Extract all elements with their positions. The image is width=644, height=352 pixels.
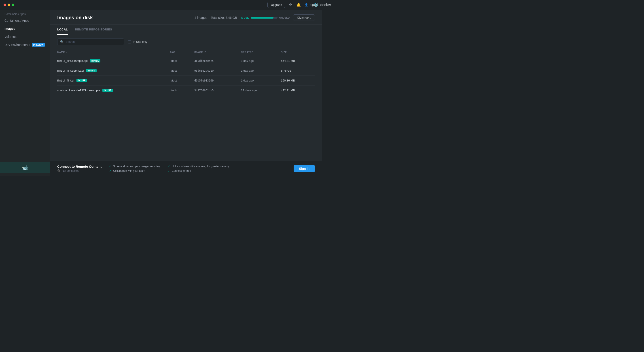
cell-name-0: flint-ui_flint.example.api IN USE <box>57 56 167 66</box>
in-use-tag-2: IN USE <box>76 79 87 82</box>
content-header: Images on disk 4 images Total size: 6.46… <box>50 10 322 25</box>
col-image-id: IMAGE ID <box>192 49 238 56</box>
check-icon: ✓ <box>109 165 111 168</box>
sort-icon: ↑ <box>66 51 67 54</box>
minimize-button[interactable] <box>8 4 10 6</box>
maximize-button[interactable] <box>12 4 14 6</box>
in-use-tag-3: IN USE <box>102 89 113 92</box>
not-connected-label: Not connected <box>62 169 79 172</box>
notification-button[interactable]: 🔔 <box>296 2 302 8</box>
sidebar-item-volumes[interactable]: Volumes <box>0 33 50 41</box>
cell-created-0: 1 day ago <box>238 56 278 66</box>
in-use-filter[interactable]: In Use only <box>128 40 147 44</box>
usage-bar-track <box>251 17 278 19</box>
cell-name-2: flint-ui_flint.ui IN USE <box>57 76 167 86</box>
sidebar-item-containers-apps[interactable]: Containers / Apps <box>0 17 50 25</box>
cell-name-3: shubhamkarande13/flint.example IN USE <box>57 86 167 95</box>
plug-icon: 🔌 <box>57 169 60 172</box>
col-name[interactable]: NAME ↑ <box>57 49 167 56</box>
sidebar-dev-env-label: Dev Environments <box>4 43 30 47</box>
search-input[interactable] <box>66 40 122 44</box>
unused-bar-label: UNUSED <box>279 16 290 19</box>
in-use-checkbox-visual <box>128 40 131 44</box>
check-icon: ✓ <box>168 165 170 168</box>
tabs-bar: LOCAL REMOTE REPOSITORIES <box>50 25 322 35</box>
table-row[interactable]: flint-ui_flint.example.api IN USE latest… <box>57 56 315 66</box>
tab-local[interactable]: LOCAL <box>57 25 68 35</box>
search-icon: 🔍 <box>60 40 64 44</box>
usage-bar-fill <box>251 17 274 19</box>
in-use-bar-label: IN USE <box>240 16 249 19</box>
cell-size-2: 150.86 MB <box>278 76 315 86</box>
gear-icon: ⚙ <box>289 3 292 7</box>
app-name: docker <box>320 3 322 7</box>
cell-tag-0: latest <box>167 56 192 66</box>
bell-icon: 🔔 <box>296 3 301 7</box>
whale-icon: 🐋 <box>22 165 28 171</box>
titlebar-right: Upgrade ⚙ 🔔 👤 Sign in <box>268 2 318 8</box>
header-stats: 4 images Total size: 6.46 GB IN USE UNUS… <box>194 14 315 21</box>
footer-title: Connect to Remote Content <box>57 164 102 168</box>
col-created: CREATED <box>238 49 278 56</box>
footer: Connect to Remote Content 🔌 Not connecte… <box>50 161 322 176</box>
settings-button[interactable]: ⚙ <box>288 2 293 8</box>
col-tag: TAG <box>167 49 192 56</box>
page-title: Images on disk <box>57 15 93 21</box>
not-connected: 🔌 Not connected <box>57 169 102 172</box>
table-header: NAME ↑ TAG IMAGE ID CREATED <box>57 49 315 56</box>
cell-id-3: 349766661db5 <box>192 86 238 95</box>
images-table-container: NAME ↑ TAG IMAGE ID CREATED <box>50 49 322 161</box>
sidebar-containers-label: Containers / Apps <box>4 19 29 22</box>
titlebar-left <box>4 4 16 6</box>
traffic-lights <box>4 4 14 6</box>
close-button[interactable] <box>4 4 6 6</box>
docker-logo-icon: 🐳 <box>313 2 318 8</box>
table-row[interactable]: flint-ui_flint.ui IN USE latest d0d5fe91… <box>57 76 315 86</box>
sidebar-docker-whale: 🐋 <box>0 162 50 173</box>
user-icon: 👤 <box>304 3 308 7</box>
sidebar-section-text: Containers / Apps <box>4 13 26 16</box>
table-row[interactable]: flint-ui_flint.gcbm.api IN USE latest 93… <box>57 66 315 76</box>
col-size: SIZE <box>278 49 315 56</box>
total-size: Total size: 6.46 GB <box>211 16 237 20</box>
cell-size-3: 472.91 MB <box>278 86 315 95</box>
footer-feature-right-1: ✓Connect for free <box>168 169 230 172</box>
upgrade-button[interactable]: Upgrade <box>268 2 285 8</box>
cell-created-1: 1 day ago <box>238 66 278 76</box>
table-row[interactable]: shubhamkarande13/flint.example IN USE bi… <box>57 86 315 95</box>
usage-bar: IN USE UNUSED <box>240 16 290 19</box>
footer-features-left: ✓Store and backup your images remotely✓C… <box>109 165 160 172</box>
footer-feature-left-1: ✓Collaborate with your team <box>109 169 160 172</box>
toolbar: 🔍 In Use only <box>50 35 322 49</box>
cell-tag-2: latest <box>167 76 192 86</box>
sidebar-images-label: Images <box>4 27 15 31</box>
check-icon: ✓ <box>109 169 111 172</box>
footer-title-area: Connect to Remote Content 🔌 Not connecte… <box>57 164 102 172</box>
in-use-filter-label: In Use only <box>133 40 147 44</box>
cell-id-1: 93d63e2ac210 <box>192 66 238 76</box>
cell-created-2: 1 day ago <box>238 76 278 86</box>
cell-size-1: 5.75 GB <box>278 66 315 76</box>
footer-sign-in-button[interactable]: Sign in <box>294 165 315 172</box>
cell-tag-1: latest <box>167 66 192 76</box>
search-box[interactable]: 🔍 <box>57 39 124 45</box>
preview-badge: PREVIEW <box>32 43 45 47</box>
cell-id-2: d0d5fe913169 <box>192 76 238 86</box>
images-count: 4 images <box>194 16 207 20</box>
footer-features-right: ✓Unlock vulnerability scanning for great… <box>168 165 230 172</box>
in-use-tag-1: IN USE <box>86 69 96 72</box>
footer-feature-right-0: ✓Unlock vulnerability scanning for great… <box>168 165 230 168</box>
image-name-3: shubhamkarande13/flint.example <box>57 89 100 92</box>
sidebar-bottom: 🐋 <box>0 159 50 176</box>
footer-feature-left-0: ✓Store and backup your images remotely <box>109 165 160 168</box>
image-name-0: flint-ui_flint.example.api <box>57 59 88 63</box>
tab-remote-repositories[interactable]: REMOTE REPOSITORIES <box>75 25 112 35</box>
sidebar-item-images[interactable]: Images <box>0 25 50 33</box>
clean-up-button[interactable]: Clean up... <box>293 14 315 21</box>
sidebar-item-dev-environments[interactable]: Dev Environments PREVIEW <box>0 41 50 49</box>
in-use-tag-0: IN USE <box>90 59 100 63</box>
sidebar-section-label: Containers / Apps <box>0 10 50 17</box>
cell-created-3: 27 days ago <box>238 86 278 95</box>
logo-area: 🐳 docker <box>313 2 322 8</box>
cell-name-1: flint-ui_flint.gcbm.api IN USE <box>57 66 167 76</box>
